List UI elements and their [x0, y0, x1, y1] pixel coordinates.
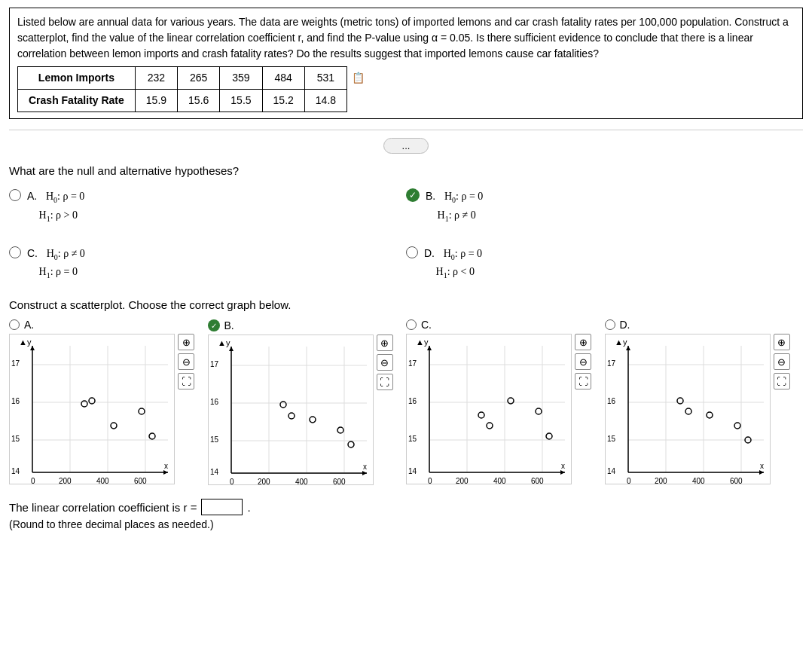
scatter-graph-d-wrapper: ▲y 17 16 15 14 0 200 400 600 — [605, 334, 790, 484]
point-b5 — [348, 441, 354, 448]
option-d[interactable]: D. H0: ρ = 0 H1: ρ < 0 — [406, 242, 803, 286]
round-note: (Round to three decimal places as needed… — [9, 518, 803, 530]
scatter-plot-c: ▲y 17 16 15 14 0 200 400 600 — [406, 334, 572, 484]
svg-text:15: 15 — [408, 435, 417, 443]
row1-label: Lemon Imports — [18, 67, 136, 90]
zoom-out-c[interactable]: ⊖ — [575, 353, 591, 370]
option-a[interactable]: A. H0: ρ = 0 H1: ρ > 0 — [9, 185, 406, 228]
zoom-in-a[interactable]: ⊕ — [178, 334, 194, 350]
svg-marker-58 — [560, 470, 565, 475]
svg-text:17: 17 — [408, 359, 417, 368]
scatter-option-c[interactable]: C. ▲y 17 16 15 14 0 200 400 600 — [406, 319, 605, 484]
expand-c[interactable]: ⛶ — [575, 373, 591, 389]
zoom-out-d[interactable]: ⊖ — [774, 353, 790, 370]
expand-d[interactable]: ⛶ — [774, 373, 790, 389]
scatter-option-d[interactable]: D. ▲y 17 16 15 14 0 200 400 600 — [605, 319, 804, 484]
ya-14: 14 — [11, 467, 20, 475]
svg-text:14: 14 — [607, 467, 616, 475]
scatter-graph-b-wrapper: ▲y 17 16 15 14 0 200 400 600 — [208, 334, 393, 485]
svg-marker-14 — [163, 470, 168, 475]
intro-box: Listed below are annual data for various… — [9, 8, 803, 119]
zoom-in-b[interactable]: ⊕ — [377, 334, 393, 351]
svg-text:200: 200 — [258, 478, 270, 485]
point-a3 — [111, 423, 117, 429]
scatter-radio-a[interactable] — [9, 319, 20, 330]
scatter-option-a[interactable]: A. ▲y 17 16 15 14 0 200 400 600 — [9, 319, 208, 484]
svg-text:▲y: ▲y — [615, 338, 627, 347]
svg-text:600: 600 — [134, 477, 147, 484]
svg-text:16: 16 — [607, 397, 616, 405]
point-d2 — [685, 408, 691, 414]
svg-marker-80 — [759, 470, 764, 475]
scatter-radio-c[interactable] — [406, 319, 417, 330]
scatter-label-d: D. — [620, 319, 630, 331]
copy-icon[interactable]: 📋 — [347, 67, 370, 90]
option-a-label: A. H0: ρ = 0 H1: ρ > 0 — [27, 188, 84, 225]
ya-15: 15 — [11, 435, 20, 443]
lemon-col5: 531 — [304, 67, 346, 90]
scatter-controls-d: ⊕ ⊖ ⛶ — [774, 334, 790, 389]
option-c-label: C. H0: ρ ≠ 0 H1: ρ = 0 — [27, 245, 85, 283]
scatter-radio-d[interactable] — [605, 319, 615, 330]
point-b1 — [280, 402, 286, 408]
point-d3 — [707, 412, 713, 418]
point-a5 — [149, 433, 155, 439]
row2-label: Crash Fatality Rate — [18, 90, 136, 112]
scatter-plot-d: ▲y 17 16 15 14 0 200 400 600 — [605, 334, 771, 484]
correlation-label: The linear correlation coefficient is r … — [9, 501, 197, 514]
scatter-graph-a-wrapper: ▲y 17 16 15 14 0 200 400 600 — [9, 334, 194, 484]
option-b-letter: B. — [426, 190, 435, 202]
scatter-plot-b: ▲y 17 16 15 14 0 200 400 600 — [208, 334, 374, 485]
svg-text:17: 17 — [607, 359, 616, 368]
option-b[interactable]: ✓ B. H0: ρ = 0 H1: ρ ≠ 0 — [406, 185, 803, 228]
scatter-question: Construct a scatterplot. Choose the corr… — [9, 298, 803, 311]
option-d-radio[interactable] — [406, 246, 418, 258]
zoom-out-a[interactable]: ⊖ — [178, 353, 194, 370]
svg-text:15: 15 — [607, 435, 616, 443]
point-d4 — [734, 423, 740, 429]
svg-text:0: 0 — [428, 477, 432, 484]
option-a-radio[interactable] — [9, 189, 21, 201]
option-c[interactable]: C. H0: ρ ≠ 0 H1: ρ = 0 — [9, 242, 406, 286]
option-c-letter: C. — [27, 247, 38, 259]
hypotheses-question: What are the null and alternative hypoth… — [9, 164, 803, 177]
svg-marker-36 — [362, 471, 367, 475]
svg-text:600: 600 — [333, 478, 346, 485]
scatter-plot-a: ▲y 17 16 15 14 0 200 400 600 — [9, 334, 175, 484]
scatter-controls-c: ⊕ ⊖ ⛶ — [575, 334, 591, 389]
expand-button[interactable]: ... — [383, 138, 429, 154]
expand-b[interactable]: ⛶ — [377, 374, 393, 390]
scatter-option-b[interactable]: ✓ B. ▲y 17 16 15 14 0 200 400 600 — [208, 319, 407, 485]
option-c-radio[interactable] — [9, 246, 21, 258]
scatter-controls-a: ⊕ ⊖ ⛶ — [178, 334, 194, 389]
option-a-h1: H1: ρ > 0 — [39, 209, 78, 221]
svg-text:400: 400 — [96, 477, 109, 484]
point-d1 — [677, 398, 683, 404]
option-d-h1: H1: ρ < 0 — [436, 266, 475, 277]
zoom-in-c[interactable]: ⊕ — [575, 334, 591, 350]
period: . — [247, 501, 250, 514]
option-b-label: B. H0: ρ = 0 H1: ρ ≠ 0 — [426, 188, 483, 225]
option-b-h0: H0: ρ = 0 — [444, 191, 483, 202]
ya-17: 17 — [11, 359, 20, 368]
svg-text:200: 200 — [59, 477, 72, 484]
r-value-input[interactable] — [201, 499, 243, 515]
zoom-out-b[interactable]: ⊖ — [377, 354, 393, 371]
zoom-in-d[interactable]: ⊕ — [774, 334, 790, 350]
svg-text:200: 200 — [456, 477, 469, 484]
lemon-col3: 359 — [220, 67, 262, 90]
scatter-checkmark-b: ✓ — [208, 319, 220, 331]
option-b-h1: H1: ρ ≠ 0 — [438, 209, 476, 221]
svg-text:▲y: ▲y — [416, 338, 429, 347]
point-c1 — [478, 412, 484, 418]
scatter-label-a: A. — [24, 319, 34, 331]
expand-a[interactable]: ⛶ — [178, 373, 194, 389]
ya-label: ▲y — [19, 338, 32, 347]
svg-text:15: 15 — [210, 435, 219, 444]
option-a-h0: H0: ρ = 0 — [46, 191, 84, 202]
svg-text:200: 200 — [655, 477, 667, 484]
svg-text:x: x — [363, 463, 367, 471]
point-b4 — [337, 427, 343, 433]
option-c-h1: H1: ρ = 0 — [39, 266, 78, 277]
lemon-col4: 484 — [262, 67, 304, 90]
